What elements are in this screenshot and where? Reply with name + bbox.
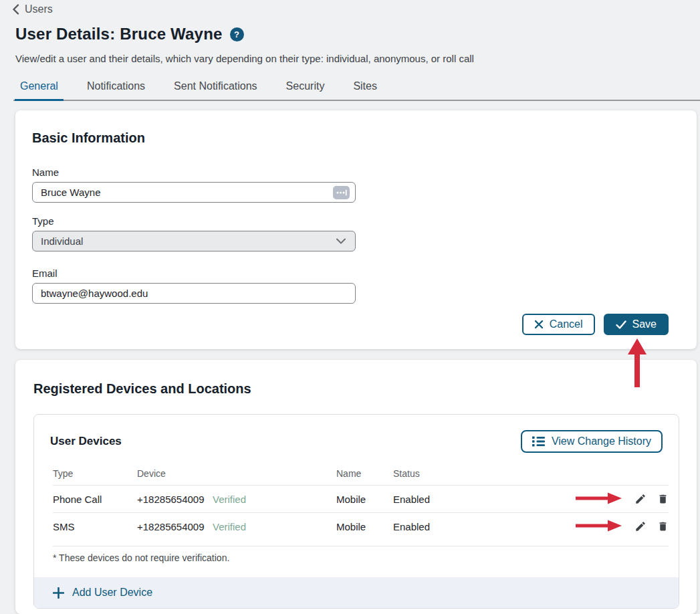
email-label: Email — [32, 268, 680, 279]
arrow-up-icon — [627, 338, 647, 390]
trash-icon[interactable] — [657, 520, 669, 532]
list-icon — [532, 436, 545, 447]
view-change-history-button[interactable]: View Change History — [521, 430, 663, 453]
device-verification: Verified — [213, 521, 336, 532]
plus-icon — [53, 587, 64, 599]
device-name: Mobile — [336, 521, 393, 532]
col-header-device: Device — [137, 468, 213, 479]
user-devices-header: User Devices View Change History — [34, 415, 679, 453]
add-user-device-button[interactable]: Add User Device — [34, 577, 679, 608]
devices-table-header: Type Device Name Status — [53, 462, 669, 485]
user-devices-heading: User Devices — [50, 435, 122, 448]
check-icon — [616, 320, 626, 329]
type-label: Type — [32, 215, 680, 227]
registered-devices-heading: Registered Devices and Locations — [33, 381, 680, 397]
back-link-label: Users — [25, 3, 53, 15]
tab-notifications[interactable]: Notifications — [82, 78, 150, 101]
view-change-history-label: View Change History — [552, 435, 651, 447]
chevron-down-icon — [336, 238, 346, 244]
x-icon — [534, 320, 544, 329]
tab-sites[interactable]: Sites — [348, 78, 382, 101]
device-status: Enabled — [393, 521, 487, 532]
device-verification: Verified — [213, 494, 336, 505]
cancel-button[interactable]: Cancel — [522, 314, 595, 335]
type-select-value: Individual — [41, 235, 83, 247]
pencil-icon[interactable] — [634, 493, 647, 505]
name-label: Name — [32, 167, 680, 178]
name-field-wrap — [32, 178, 356, 203]
tab-general[interactable]: General — [15, 78, 64, 101]
cancel-button-label: Cancel — [550, 318, 583, 330]
device-number: +18285654009 — [137, 494, 213, 505]
email-input[interactable] — [32, 283, 356, 304]
add-user-device-label: Add User Device — [72, 587, 152, 599]
input-ellipsis-icon[interactable] — [333, 186, 350, 199]
device-name: Mobile — [336, 494, 393, 505]
col-header-status: Status — [393, 468, 487, 479]
device-row-actions — [576, 492, 669, 506]
arrow-right-icon — [576, 520, 622, 534]
registered-devices-card: Registered Devices and Locations User De… — [15, 360, 697, 614]
device-status: Enabled — [393, 494, 487, 505]
device-row-sms: SMS +18285654009 Verified Mobile Enabled — [53, 512, 669, 540]
trash-icon[interactable] — [657, 493, 669, 505]
pencil-icon[interactable] — [634, 520, 647, 532]
basic-information-heading: Basic Information — [32, 130, 680, 146]
type-select[interactable]: Individual — [32, 231, 356, 251]
basic-information-card: Basic Information Name Type Individual E… — [15, 110, 697, 349]
device-number: +18285654009 — [137, 521, 213, 532]
name-input[interactable] — [32, 182, 356, 203]
save-button[interactable]: Save — [604, 314, 669, 335]
tab-security[interactable]: Security — [281, 78, 330, 101]
device-type: SMS — [53, 521, 137, 532]
tab-sent-notifications[interactable]: Sent Notifications — [168, 78, 263, 101]
col-header-name: Name — [336, 468, 393, 479]
page-title-row: User Details: Bruce Wayne ? — [15, 25, 244, 43]
device-row-actions — [576, 520, 669, 534]
page-subtitle: View/edit a user and their details, whic… — [15, 53, 474, 64]
page-title: User Details: Bruce Wayne — [15, 25, 223, 43]
col-header-type: Type — [53, 468, 137, 479]
chevron-left-icon — [12, 4, 19, 15]
device-type: Phone Call — [53, 494, 137, 505]
user-devices-panel: User Devices View Change History Type — [33, 414, 679, 609]
arrow-right-icon — [576, 492, 622, 506]
device-row-phone-call: Phone Call +18285654009 Verified Mobile … — [53, 485, 669, 512]
form-actions: Cancel Save — [522, 314, 669, 335]
tab-bar: General Notifications Sent Notifications… — [15, 78, 382, 101]
verification-footnote: * These devices do not require verificat… — [53, 546, 669, 563]
help-icon[interactable]: ? — [230, 27, 244, 41]
save-button-label: Save — [632, 318, 657, 330]
back-link-users[interactable]: Users — [12, 3, 53, 15]
